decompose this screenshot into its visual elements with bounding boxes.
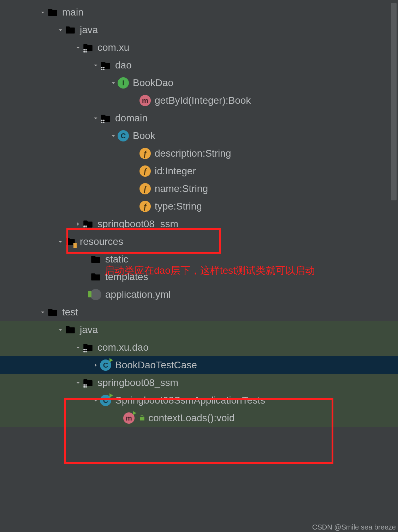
annotation-text: 启动类应在dao层下，这样test测试类就可以启动 [105,264,315,277]
tree-node-resources[interactable]: resources [0,233,398,250]
package-icon [82,42,94,54]
chevron-down-icon[interactable] [57,238,64,246]
chevron-down-icon[interactable] [109,79,117,87]
chevron-right-icon[interactable] [92,361,100,369]
tree-label: application.yml [105,289,171,300]
chevron-down-icon[interactable] [92,61,100,69]
tree-label: Book [133,130,155,141]
watermark: CSDN @Smile sea breeze [312,523,396,531]
field-icon: f [139,147,151,159]
tree-label: test [62,307,78,318]
tree-node-dao[interactable]: dao [0,56,398,74]
tree-label: name:String [155,183,208,194]
tree-node-book[interactable]: C Book [0,127,398,145]
tree-node-sb08-apptests[interactable]: C Springboot08SsmApplicationTests [0,392,398,409]
tree-node-field[interactable]: f name:String [0,180,398,198]
tree-label: com.xu [97,42,129,53]
tree-node-test[interactable]: test [0,303,398,321]
tree-node-field[interactable]: f id:Integer [0,162,398,180]
method-icon: m [139,95,151,107]
field-icon: f [139,165,151,177]
folder-icon [47,306,59,318]
folder-icon [90,253,102,265]
tree-label: dao [115,60,132,71]
package-icon [100,59,112,71]
source-folder-icon [64,24,76,36]
tree-node-field[interactable]: f description:String [0,145,398,162]
scrollbar[interactable] [391,3,397,200]
chevron-down-icon[interactable] [39,8,47,16]
tree-label: BookDao [133,77,173,89]
package-icon [82,341,94,353]
chevron-down-icon[interactable] [92,397,100,404]
test-source-folder-icon [64,324,76,336]
chevron-down-icon[interactable] [74,44,82,52]
chevron-down-icon[interactable] [57,326,64,334]
resources-folder-icon [64,236,76,248]
tree-label: resources [80,236,123,247]
chevron-down-icon[interactable] [74,379,82,387]
tree-label: description:String [155,148,231,159]
tree-node-application-yml[interactable]: application.yml [0,286,398,303]
tree-label: BookDaoTestCase [115,359,197,371]
tree-label: id:Integer [155,165,196,177]
tree-label: getById(Integer):Book [155,95,251,106]
tree-label: domain [115,113,148,124]
tree-node-domain[interactable]: domain [0,109,398,127]
chevron-down-icon[interactable] [57,26,64,34]
method-run-icon: m [123,412,135,424]
tree-node-bookdao[interactable]: I BookDao [0,74,398,92]
tree-node-test-springboot08-ssm[interactable]: springboot08_ssm [0,374,398,392]
tree-node-java[interactable]: java [0,21,398,39]
package-icon [82,218,94,230]
tree-label: main [62,7,84,18]
tree-label: java [80,324,98,335]
tree-label: springboot08_ssm [97,218,178,230]
chevron-down-icon[interactable] [39,308,47,316]
field-icon: f [139,183,151,195]
tree-node-contextloads[interactable]: m contextLoads():void [0,409,398,427]
package-icon [82,377,94,389]
folder-icon [90,271,102,283]
tree-label: Springboot08SsmApplicationTests [115,395,265,406]
field-icon: f [139,200,151,212]
chevron-down-icon[interactable] [109,132,117,140]
chevron-down-icon[interactable] [74,344,82,351]
tree-label: static [105,254,128,265]
package-icon [100,112,112,124]
class-icon: C [117,130,129,142]
tree-label: java [80,24,98,36]
tree-node-bookdaotestcase[interactable]: C BookDaoTestCase [0,356,398,374]
yaml-file-icon [90,289,102,301]
class-run-icon: C [100,359,112,371]
tree-node-comxu[interactable]: com.xu [0,39,398,56]
tree-label: type:String [155,201,202,212]
tree-node-main[interactable]: main [0,4,398,21]
tree-node-test-java[interactable]: java [0,321,398,339]
lock-open-icon [138,415,145,422]
folder-icon [47,6,59,18]
tree-label: springboot08_ssm [97,377,178,388]
class-run-icon: C [100,394,112,406]
chevron-down-icon[interactable] [92,114,100,122]
interface-icon: I [117,77,129,89]
tree-node-field[interactable]: f type:String [0,198,398,215]
chevron-right-icon[interactable] [74,220,82,228]
tree-label: contextLoads():void [148,412,234,424]
tree-node-springboot08-ssm[interactable]: springboot08_ssm [0,215,398,233]
tree-node-test-comxudao[interactable]: com.xu.dao [0,339,398,356]
tree-label: com.xu.dao [97,342,149,353]
tree-node-getbyid[interactable]: m getById(Integer):Book [0,92,398,109]
